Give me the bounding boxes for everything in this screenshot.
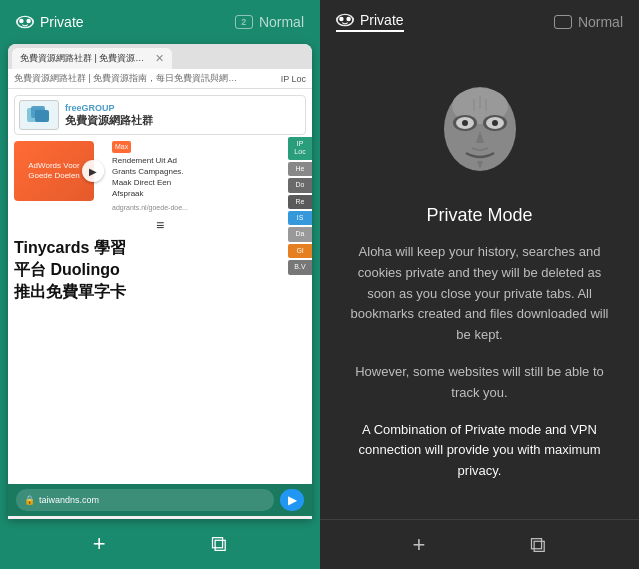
add-tab-button-left[interactable]: +: [93, 531, 106, 557]
tab-normal-left[interactable]: 2 Normal: [235, 14, 304, 30]
url-text-mini: 🔒 taiwandns.com: [24, 495, 99, 505]
tab-normal-label-left: Normal: [259, 14, 304, 30]
tabs-overview-button-right[interactable]: ⧉: [530, 532, 546, 558]
guy-fawkes-mask: [430, 81, 530, 181]
svg-point-18: [492, 120, 498, 126]
ad-card: AdWords VoorGoede Doelen ▶ Max Rendement…: [14, 141, 306, 211]
url-value: taiwandns.com: [39, 495, 99, 505]
tab-private-label-left: Private: [40, 14, 84, 30]
side-tab-gl[interactable]: Gl: [288, 244, 312, 258]
private-content: Private Mode Aloha will keep your histor…: [320, 44, 639, 519]
tab-normal-right[interactable]: Normal: [554, 14, 623, 30]
left-bottom-toolbar: + ⧉: [0, 519, 320, 569]
tab-normal-label-right: Normal: [578, 14, 623, 30]
ip-tab-label[interactable]: IP Loc: [281, 74, 306, 84]
private-mask-icon-right: [336, 13, 354, 27]
tab-counter-right: [554, 15, 572, 29]
side-tab-ip[interactable]: IPLoc: [288, 137, 312, 160]
ad-image: AdWords VoorGoede Doelen ▶: [14, 141, 94, 201]
left-panel: Private 2 Normal 免費資源網路社群 | 免費資源指南，每日免費資…: [0, 0, 320, 569]
ad-text-block: Max Rendement Uit AdGrants Campagnes.Maa…: [98, 141, 188, 211]
tab-counter-left: 2: [235, 15, 253, 29]
tab-private-right[interactable]: Private: [336, 12, 404, 32]
ad-title: AdWords VoorGoede Doelen: [28, 161, 80, 182]
webpage-content: freeGROUP 免費資源網路社群 AdWords VoorGoede Doe…: [8, 89, 312, 314]
private-description: Aloha will keep your history, searches a…: [344, 242, 615, 346]
private-note: However, some websites will still be abl…: [344, 362, 615, 404]
right-topbar: Private Normal: [320, 0, 639, 44]
url-text-display: 免費資源網路社群 | 免費資源指南，每日免費資訊與網…: [14, 72, 237, 85]
left-topbar: Private 2 Normal: [0, 0, 320, 44]
tabs-overview-button-left[interactable]: ⧉: [211, 531, 227, 557]
tab-private-label-right: Private: [360, 12, 404, 28]
svg-point-2: [19, 19, 24, 24]
private-mask-illustration: [430, 81, 530, 181]
side-tab-re[interactable]: Re: [288, 195, 312, 209]
browser-url-bar: 免費資源網路社群 | 免費資源指南，每日免費資訊與網… IP Loc: [8, 69, 312, 89]
ad-description: Max Rendement Uit AdGrants Campagnes.Maa…: [112, 141, 188, 200]
private-mode-title: Private Mode: [426, 205, 532, 226]
svg-point-17: [462, 120, 468, 126]
bottom-url-bar: 🔒 taiwandns.com ▶: [8, 484, 312, 516]
add-tab-button-right[interactable]: +: [413, 532, 426, 558]
ad-source: adgrants.nl/goede-doe...: [112, 204, 188, 211]
freegroup-header: freeGROUP 免費資源網路社群: [14, 95, 306, 135]
private-highlight: A Combination of Private mode and VPN co…: [344, 420, 615, 482]
right-bottom-toolbar: + ⧉: [320, 519, 639, 569]
right-panel: Private Normal: [320, 0, 639, 569]
freegroup-logo: [19, 100, 59, 130]
close-tab-icon[interactable]: ✕: [155, 52, 164, 65]
browser-tabs-row: 免費資源網路社群 | 免費資源指南，每日免費資訊與網... ✕: [8, 44, 312, 69]
browser-viewport: 免費資源網路社群 | 免費資源指南，每日免費資訊與網... ✕ 免費資源網路社群…: [8, 44, 312, 519]
side-tab-do[interactable]: Do: [288, 178, 312, 192]
side-tab-da[interactable]: Da: [288, 227, 312, 241]
freegroup-chinese: 免費資源網路社群: [65, 113, 153, 128]
svg-point-10: [346, 17, 351, 22]
freegroup-brand: freeGROUP: [65, 103, 153, 113]
play-button-icon[interactable]: ▶: [82, 160, 104, 182]
svg-point-9: [339, 17, 344, 22]
menu-icon[interactable]: ≡: [14, 217, 306, 233]
article-headline: Tinycards 學習平台 Duolingo推出免費單字卡: [14, 237, 306, 304]
side-tab-he[interactable]: He: [288, 162, 312, 176]
url-input-mini[interactable]: 🔒 taiwandns.com: [16, 489, 274, 511]
tab-private-left[interactable]: Private: [16, 14, 84, 30]
browser-tab-text: 免費資源網路社群 | 免費資源指南，每日免費資訊與網...: [20, 52, 151, 65]
private-mask-icon-left: [16, 15, 34, 29]
freegroup-text: freeGROUP 免費資源網路社群: [65, 103, 153, 128]
svg-point-3: [26, 19, 31, 24]
side-tab-is[interactable]: IS: [288, 211, 312, 225]
browser-tab-active[interactable]: 免費資源網路社群 | 免費資源指南，每日免費資訊與網... ✕: [12, 48, 172, 69]
freegroup-logo-icon: [25, 104, 53, 126]
url-go-button[interactable]: ▶: [280, 489, 304, 511]
browser-page: freeGROUP 免費資源網路社群 AdWords VoorGoede Doe…: [8, 89, 312, 516]
side-tab-bv[interactable]: B.V: [288, 260, 312, 274]
right-side-tabs: IPLoc He Do Re IS Da Gl B.V: [288, 137, 312, 275]
svg-rect-6: [35, 110, 49, 122]
